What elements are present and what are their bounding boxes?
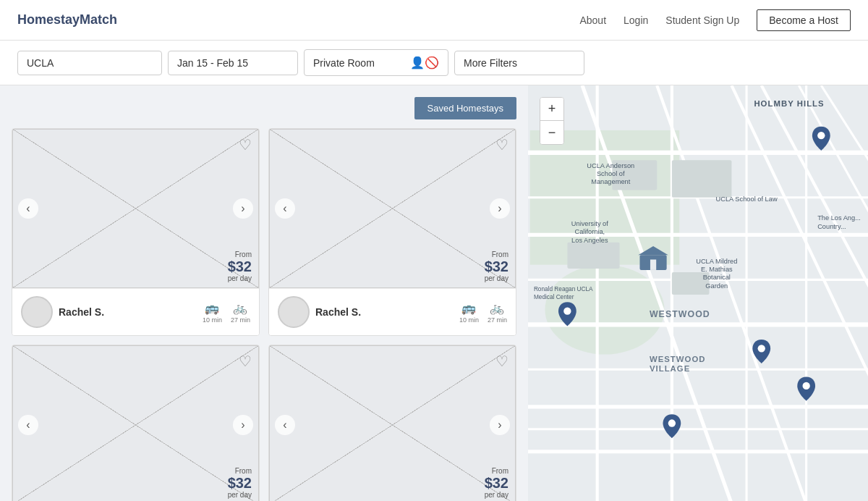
save-heart-button[interactable]: ♡ <box>495 353 509 370</box>
next-image-button[interactable]: › <box>490 415 510 435</box>
svg-text:Ronald Reagan UCLA: Ronald Reagan UCLA <box>534 286 593 292</box>
listing-card[interactable]: ♡ ‹ › From $32 per day Rachel S. 🚌 10 mi… <box>12 345 260 501</box>
price-from-label: From <box>485 467 509 475</box>
svg-text:Country...: Country... <box>817 223 846 230</box>
card-image: ♡ ‹ › From $32 per day <box>12 345 259 501</box>
price-amount: $32 <box>228 475 252 491</box>
svg-point-48 <box>817 132 825 139</box>
card-image: ♡ ‹ › From $32 per day <box>269 129 516 288</box>
price-from-label: From <box>485 250 509 258</box>
price-per-label: per day <box>485 491 509 499</box>
svg-rect-23 <box>672 160 732 198</box>
price-amount: $32 <box>485 475 509 491</box>
bus-time: 10 min <box>459 316 479 324</box>
save-heart-button[interactable]: ♡ <box>239 136 252 153</box>
header: HomestayMatch About Login Student Sign U… <box>0 0 868 41</box>
nav-about[interactable]: About <box>579 14 606 26</box>
svg-text:WESTWOOD: WESTWOOD <box>650 309 710 319</box>
logo: HomestayMatch <box>17 12 117 28</box>
main-content: Saved Homestays ♡ ‹ › From $32 per day R… <box>0 85 868 501</box>
price-amount: $32 <box>228 258 252 274</box>
price-tag: From $32 per day <box>228 467 252 499</box>
card-image-border <box>12 345 259 501</box>
price-per-label: per day <box>485 274 509 282</box>
prev-image-button[interactable]: ‹ <box>18 198 38 219</box>
nav-student-signup[interactable]: Student Sign Up <box>665 14 739 26</box>
svg-point-49 <box>563 308 571 315</box>
host-avatar <box>21 296 53 328</box>
card-footer: Rachel S. 🚌 10 min 🚲 27 min <box>12 288 259 335</box>
svg-text:Los Angeles: Los Angeles <box>571 237 608 244</box>
svg-point-52 <box>668 419 676 426</box>
svg-text:Management: Management <box>591 178 631 185</box>
card-footer: Rachel S. 🚌 10 min 🚲 27 min <box>269 288 516 335</box>
room-type-icons: 👤🚫 <box>410 56 439 70</box>
prev-image-button[interactable]: ‹ <box>275 198 295 219</box>
room-type-filter[interactable]: Private Room 👤🚫 <box>304 49 448 76</box>
saved-bar: Saved Homestays <box>12 97 516 119</box>
price-amount: $32 <box>485 258 509 274</box>
transport-info: 🚌 10 min 🚲 27 min <box>203 301 250 324</box>
host-avatar <box>278 296 310 328</box>
location-input[interactable] <box>17 51 162 75</box>
host-name: Rachel S. <box>59 306 197 318</box>
zoom-out-button[interactable]: − <box>540 121 563 144</box>
zoom-in-button[interactable]: + <box>540 98 563 121</box>
map-panel: HOLMBY HILLS UCLA Anderson School of Man… <box>528 85 868 501</box>
host-name: Rachel S. <box>315 306 454 318</box>
next-image-button[interactable]: › <box>490 198 510 219</box>
price-per-label: per day <box>228 274 252 282</box>
next-image-button[interactable]: › <box>233 415 253 435</box>
svg-text:Botanical: Botanical <box>703 274 731 281</box>
price-tag: From $32 per day <box>228 250 252 282</box>
svg-text:UCLA School of Law: UCLA School of Law <box>716 195 778 203</box>
map-svg: HOLMBY HILLS UCLA Anderson School of Man… <box>528 85 868 501</box>
bus-time: 10 min <box>203 316 222 324</box>
price-tag: From $32 per day <box>485 250 509 282</box>
svg-text:UCLA Anderson: UCLA Anderson <box>587 162 634 169</box>
bus-icon: 🚌 <box>205 301 219 315</box>
listings-panel: Saved Homestays ♡ ‹ › From $32 per day R… <box>0 85 528 501</box>
bus-icon: 🚌 <box>461 301 476 315</box>
svg-rect-28 <box>650 259 656 269</box>
save-heart-button[interactable]: ♡ <box>239 353 252 370</box>
svg-text:Garden: Garden <box>705 282 728 290</box>
card-image: ♡ ‹ › From $32 per day <box>269 345 516 501</box>
svg-text:California,: California, <box>574 228 605 235</box>
card-image-border <box>269 345 516 501</box>
dates-input[interactable] <box>168 51 298 75</box>
bike-icon: 🚲 <box>233 301 247 315</box>
listing-card[interactable]: ♡ ‹ › From $32 per day Rachel S. 🚌 10 mi… <box>268 345 516 501</box>
become-host-button[interactable]: Become a Host <box>757 9 851 31</box>
bike-transport: 🚲 27 min <box>231 301 250 324</box>
prev-image-button[interactable]: ‹ <box>18 415 38 435</box>
price-from-label: From <box>228 467 252 475</box>
saved-homestays-button[interactable]: Saved Homestays <box>414 97 517 119</box>
svg-point-50 <box>758 345 765 352</box>
prev-image-button[interactable]: ‹ <box>275 415 295 435</box>
save-heart-button[interactable]: ♡ <box>495 136 509 153</box>
listings-grid: ♡ ‹ › From $32 per day Rachel S. 🚌 10 mi… <box>12 128 516 501</box>
svg-text:School of: School of <box>597 170 625 177</box>
svg-rect-24 <box>567 243 619 269</box>
svg-point-51 <box>803 382 810 390</box>
next-image-button[interactable]: › <box>233 198 253 219</box>
listing-card[interactable]: ♡ ‹ › From $32 per day Rachel S. 🚌 10 mi… <box>12 128 260 336</box>
bike-icon: 🚲 <box>490 301 504 315</box>
card-image-border <box>269 129 516 288</box>
nav: About Login Student Sign Up Become a Hos… <box>579 9 851 31</box>
bike-time: 27 min <box>488 316 507 324</box>
price-tag: From $32 per day <box>485 467 509 499</box>
card-image: ♡ ‹ › From $32 per day <box>12 129 259 288</box>
nav-login[interactable]: Login <box>624 14 648 26</box>
price-from-label: From <box>228 250 252 258</box>
room-type-label: Private Room <box>313 57 375 69</box>
listing-card[interactable]: ♡ ‹ › From $32 per day Rachel S. 🚌 10 mi… <box>268 128 516 336</box>
svg-text:VILLAGE: VILLAGE <box>650 364 690 373</box>
svg-text:E. Mathias: E. Mathias <box>701 266 733 273</box>
svg-text:UCLA Mildred: UCLA Mildred <box>696 258 737 265</box>
more-filters-button[interactable]: More Filters <box>454 51 584 75</box>
bus-transport: 🚌 10 min <box>459 301 479 324</box>
bus-transport: 🚌 10 min <box>203 301 222 324</box>
svg-text:The Los Ang...: The Los Ang... <box>817 214 861 222</box>
